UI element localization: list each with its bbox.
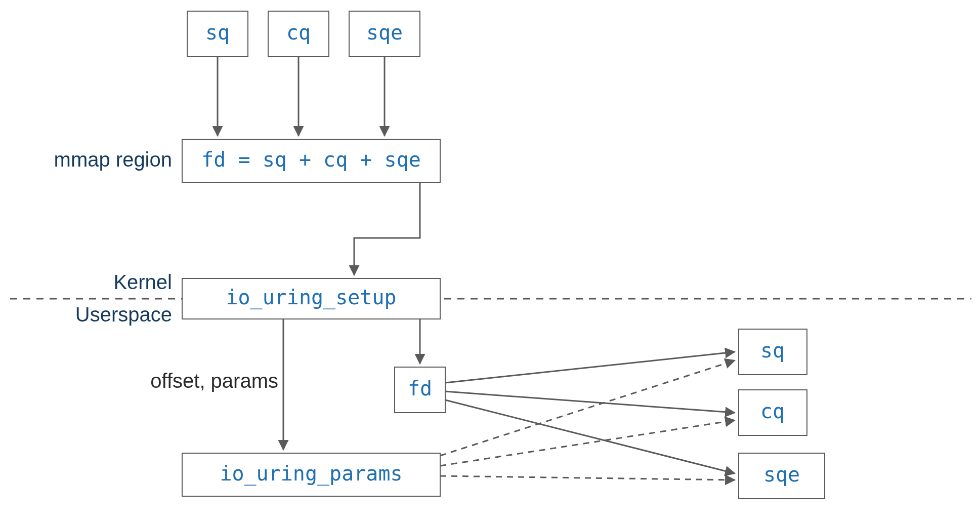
arrow-fd-to-sq (445, 352, 735, 383)
arrow-params-to-cq (440, 420, 735, 466)
node-fd: fd (395, 367, 445, 413)
label-kernel: Kernel (113, 271, 172, 293)
io-uring-setup-diagram: sq cq sqe fd = sq + cq + sqe mmap region… (0, 0, 980, 521)
arrow-fd-to-cq (445, 391, 735, 413)
node-mmap-region: fd = sq + cq + sqe (182, 139, 440, 182)
node-out-sqe: sqe (739, 453, 825, 499)
label-userspace: Userspace (75, 303, 172, 326)
label-mmap-region: mmap region (54, 148, 172, 171)
node-top-cq-label: cq (286, 21, 311, 44)
node-out-sqe-label: sqe (763, 463, 800, 486)
node-top-sq-label: sq (205, 21, 230, 44)
node-out-cq: cq (739, 390, 807, 435)
node-top-sq: sq (187, 11, 248, 57)
node-io-uring-setup-label: io_uring_setup (226, 286, 396, 309)
arrow-fd-to-sqe (445, 400, 735, 473)
label-offset-params: offset, params (150, 370, 278, 392)
node-top-cq: cq (268, 11, 329, 57)
node-mmap-region-label: fd = sq + cq + sqe (201, 148, 420, 171)
arrow-mmap-to-setup (354, 182, 420, 275)
node-io-uring-setup: io_uring_setup (182, 278, 440, 319)
node-io-uring-params: io_uring_params (182, 453, 440, 496)
arrow-params-to-sq (440, 360, 735, 456)
node-top-sqe: sqe (349, 11, 420, 57)
node-out-cq-label: cq (760, 399, 785, 423)
node-out-sq-label: sq (760, 339, 785, 362)
arrow-params-to-sqe (440, 476, 735, 480)
node-out-sq: sq (739, 329, 807, 375)
node-io-uring-params-label: io_uring_params (220, 462, 402, 486)
node-fd-label: fd (408, 377, 432, 400)
node-top-sqe-label: sqe (366, 21, 403, 44)
